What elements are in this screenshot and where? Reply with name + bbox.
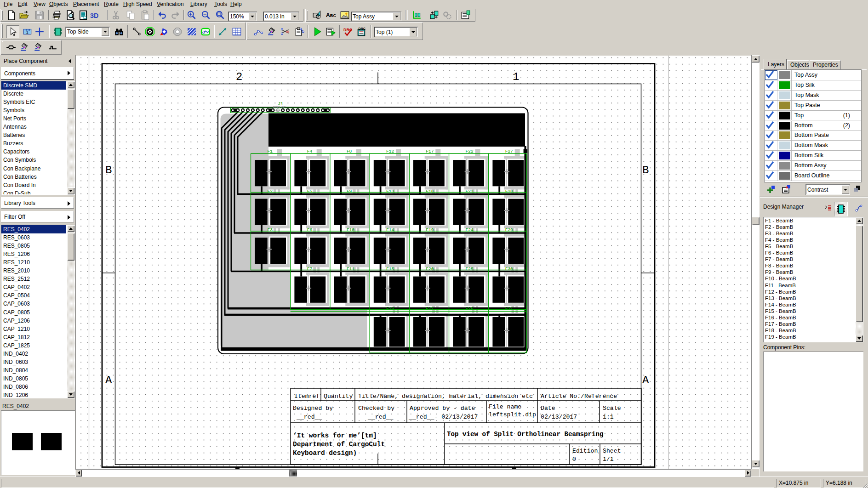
svg-text:1: 1 [26, 30, 29, 34]
svg-text:Sheet: Sheet [603, 448, 621, 454]
svg-text:A: A [105, 374, 112, 386]
svg-text:F8: F8 [347, 149, 352, 154]
svg-text:F23: F23 [466, 189, 474, 194]
svg-text:F22: F22 [466, 149, 474, 154]
svg-text:F21: F21 [426, 306, 434, 311]
svg-text:F29: F29 [505, 227, 513, 233]
svg-text:Quantity: Quantity [324, 393, 353, 400]
svg-text:F12: F12 [386, 149, 394, 154]
svg-text:F24: F24 [466, 227, 474, 233]
svg-text:F27: F27 [505, 149, 513, 154]
svg-text:F31: F31 [505, 306, 513, 311]
svg-text:F15: F15 [386, 267, 394, 272]
svg-text:F26: F26 [466, 306, 474, 311]
svg-text:F17: F17 [426, 149, 434, 154]
svg-text:2: 2 [236, 71, 242, 83]
svg-text:Date: Date [541, 405, 555, 412]
svg-text:F18: F18 [426, 189, 434, 194]
svg-text:F11: F11 [347, 267, 354, 272]
svg-text:Itemref: Itemref [294, 393, 320, 400]
svg-text:1: 1 [513, 71, 519, 83]
svg-text:A: A [642, 374, 649, 386]
svg-text:F4: F4 [307, 149, 313, 154]
svg-text:F9: F9 [347, 189, 352, 194]
svg-text:DRC: DRC [358, 27, 365, 31]
svg-text:BMSPR CNT: BMSPR CNT [273, 106, 286, 109]
svg-text:Keyboard design): Keyboard design) [293, 449, 357, 457]
svg-text:__red__- 02/13/2017: __red__- 02/13/2017 [408, 414, 478, 420]
svg-text:F28: F28 [505, 189, 513, 194]
svg-text:Scale: Scale [603, 405, 621, 412]
svg-text:0: 0 [572, 456, 576, 463]
svg-text:Department of CargoCult: Department of CargoCult [293, 441, 385, 448]
svg-text:File name: File name [489, 403, 521, 410]
svg-text:Approved by - date: Approved by - date [410, 405, 475, 412]
svg-text:F2: F2 [268, 189, 273, 194]
svg-text:B: B [642, 164, 649, 176]
svg-text:__red__: __red__ [296, 414, 322, 420]
svg-text:F5: F5 [307, 189, 313, 194]
svg-text:BC: BC [330, 13, 336, 18]
svg-text:A: A [326, 12, 330, 18]
svg-text:__red__: __red__ [367, 414, 393, 420]
svg-text:Article No./Reference: Article No./Reference [541, 393, 617, 400]
svg-text:02/13/2017: 02/13/2017 [541, 414, 577, 420]
svg-text:B: B [105, 164, 112, 176]
svg-text:F13: F13 [386, 189, 394, 194]
svg-text:3D: 3D [90, 12, 98, 19]
svg-text:Top view of Split Ortholinear: Top view of Split Ortholinear Beamspring [447, 431, 604, 438]
svg-text:‘It works for me’[tm]: ‘It works for me’[tm] [293, 432, 377, 439]
svg-text:F14: F14 [386, 227, 394, 233]
svg-text:F30: F30 [505, 267, 513, 272]
svg-text:F6: F6 [307, 227, 313, 233]
svg-text:F25: F25 [466, 267, 474, 272]
svg-text:Edition: Edition [572, 448, 598, 454]
svg-text:F7: F7 [307, 267, 312, 272]
svg-text:leftsplit.dip: leftsplit.dip [489, 411, 536, 418]
svg-text:F1: F1 [268, 149, 273, 154]
svg-text:Designed by: Designed by [293, 405, 333, 412]
svg-text:F3: F3 [268, 227, 273, 233]
svg-text:Checked by: Checked by [358, 405, 394, 412]
svg-text:1/1: 1/1 [603, 456, 614, 463]
svg-text:1:1: 1:1 [603, 414, 614, 420]
svg-text:F10: F10 [347, 227, 354, 233]
svg-text:F20: F20 [426, 267, 434, 272]
svg-text:F19: F19 [426, 227, 434, 233]
svg-text:Title/Name, designation, mater: Title/Name, designation, material, dimen… [358, 393, 533, 400]
svg-text:F16: F16 [386, 306, 394, 311]
